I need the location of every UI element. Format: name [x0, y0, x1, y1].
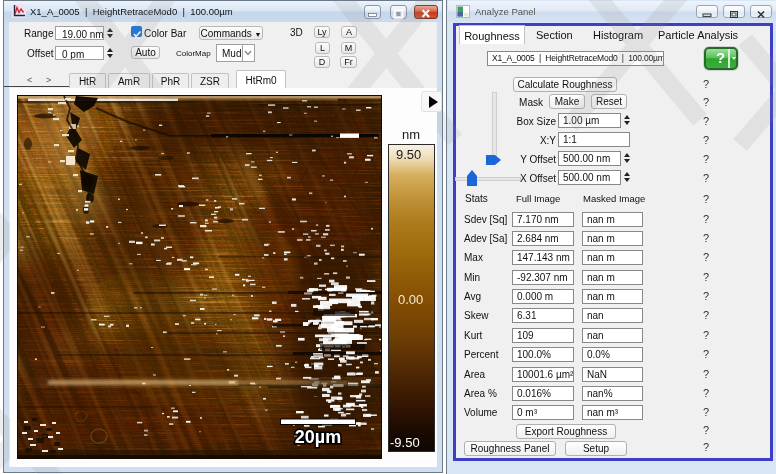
- svg-text:20µm: 20µm: [295, 427, 341, 447]
